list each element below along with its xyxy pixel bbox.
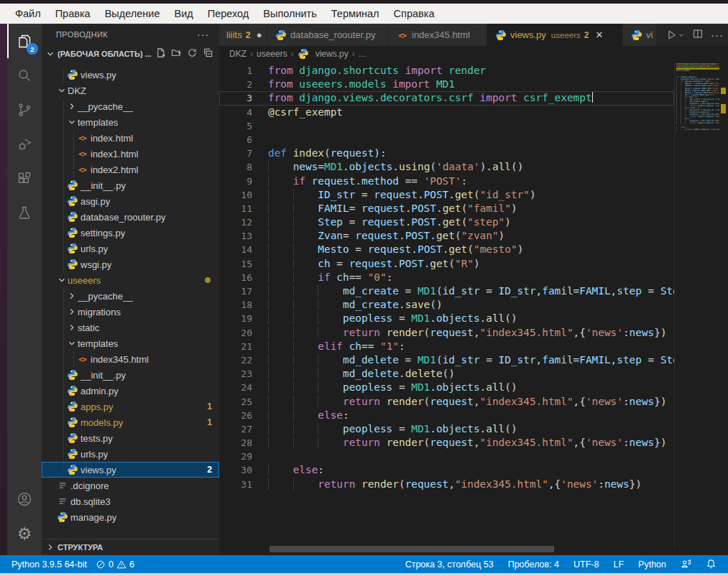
tab-views.py[interactable]: views.pyuseeers2✕ (487, 24, 622, 46)
line-number[interactable]: 31 (219, 478, 268, 491)
line-number[interactable]: 3 (219, 91, 268, 105)
explorer-activity-icon[interactable]: 2 (7, 24, 42, 58)
tree-file-db.sqlite3[interactable]: db.sqlite3 (42, 493, 219, 509)
tree-file-index2.html[interactable]: <>index2.html (42, 162, 219, 177)
breadcrumb-item[interactable]: views.py (315, 49, 349, 59)
run-button[interactable] (665, 29, 685, 41)
code-line-4[interactable]: 4@csrf_exempt (219, 106, 674, 119)
line-number[interactable]: 21 (219, 340, 268, 353)
tree-file-database_roouter.py[interactable]: database_roouter.py (42, 209, 219, 225)
line-number[interactable]: 25 (219, 395, 268, 409)
code-line-10[interactable]: 10 ID_str = request.POST.get("id_str") (219, 188, 674, 202)
close-icon[interactable]: ✕ (595, 29, 603, 40)
menu-item[interactable]: Выполнить (257, 6, 323, 22)
refresh-icon[interactable] (187, 47, 198, 61)
extensions-activity-icon[interactable] (7, 162, 42, 196)
tree-file-index345.html[interactable]: <>index345.html (42, 351, 219, 367)
line-number[interactable]: 20 (219, 326, 268, 340)
tree-file-index.html[interactable]: <>index.html (42, 130, 219, 146)
line-number[interactable]: 1 (219, 64, 268, 78)
breadcrumb-item[interactable]: DKZ (229, 49, 246, 59)
line-number[interactable]: 23 (219, 367, 268, 381)
breadcrumb-item[interactable]: useeers (257, 49, 287, 59)
code-line-2[interactable]: 2from useeers.models import MD1 (219, 78, 674, 91)
line-number[interactable]: 17 (219, 284, 268, 298)
line-number[interactable]: 2 (219, 78, 268, 91)
code-line-15[interactable]: 15 ch = request.POST.get("R") (219, 257, 674, 271)
eol-status[interactable]: LF (609, 559, 628, 570)
line-number[interactable]: 9 (219, 175, 268, 188)
more-actions-button[interactable]: ··· (711, 29, 724, 41)
tree-folder-useeers[interactable]: useeers (42, 272, 219, 288)
outline-section-header[interactable]: СТРУКТУРА (42, 539, 219, 555)
tree-folder-templates[interactable]: templates (42, 114, 219, 130)
line-number[interactable]: 29 (219, 450, 268, 463)
code-line-29[interactable]: 29 (219, 450, 674, 463)
line-number[interactable]: 24 (219, 381, 268, 394)
line-number[interactable]: 30 (219, 463, 268, 477)
code-line-30[interactable]: 30 else: (219, 463, 674, 477)
line-number[interactable]: 8 (219, 160, 268, 174)
new-folder-icon[interactable] (171, 47, 182, 61)
minimap[interactable]: from django.shortcuts import renderfrom … (676, 63, 719, 279)
line-number[interactable]: 28 (219, 436, 268, 450)
tree-file-tests.py[interactable]: tests.py (42, 430, 219, 446)
tree-folder-migrations[interactable]: migrations (42, 304, 219, 320)
account-icon[interactable] (7, 482, 42, 516)
line-number[interactable]: 18 (219, 298, 268, 312)
menu-item[interactable]: Терминал (325, 6, 386, 22)
code-line-12[interactable]: 12 Step = request.POST.get("step") (219, 215, 674, 229)
breadcrumb-item[interactable]: ... (359, 49, 366, 59)
code-line-8[interactable]: 8 news=MD1.objects.using('daata').all() (219, 160, 674, 174)
code-line-17[interactable]: 17 md_create = MD1(id_str = ID_str,famil… (219, 284, 674, 298)
horizontal-scrollbar-thumb[interactable] (269, 546, 554, 552)
menu-item[interactable]: Правка (49, 6, 97, 22)
tab-database_roouter.py[interactable]: database_roouter.py (267, 24, 388, 46)
tree-file-views.py[interactable]: views.py (42, 67, 219, 83)
line-number[interactable]: 19 (219, 312, 268, 325)
problems-status[interactable]: 0 6 (91, 559, 139, 570)
line-number[interactable]: 14 (219, 243, 268, 256)
line-number[interactable]: 16 (219, 271, 268, 284)
tree-file-.dcignore[interactable]: .dcignore (42, 478, 219, 493)
line-number[interactable]: 27 (219, 422, 268, 436)
line-number[interactable]: 6 (219, 133, 268, 147)
code-line-16[interactable]: 16 if ch== "0": (219, 271, 674, 284)
tree-file-urls.py[interactable]: urls.py (42, 241, 219, 256)
breadcrumb[interactable]: DKZ›useeers›views.py›... (219, 46, 728, 62)
code-line-25[interactable]: 25 return render(request,"index345.html"… (219, 395, 674, 409)
line-number[interactable]: 26 (219, 409, 268, 422)
menu-item[interactable]: Вид (167, 6, 199, 22)
tree-file-models.py[interactable]: models.py1 (42, 414, 219, 430)
split-editor-button[interactable] (692, 28, 704, 42)
line-number[interactable]: 13 (219, 229, 268, 243)
python-interpreter-status[interactable]: Python 3.9.5 64-bit (7, 559, 91, 570)
code-line-5[interactable]: 5 (219, 119, 674, 133)
code-line-6[interactable]: 6 (219, 133, 674, 147)
indentation-status[interactable]: Пробелов: 4 (504, 559, 563, 570)
encoding-status[interactable]: UTF-8 (569, 559, 603, 570)
code-line-14[interactable]: 14 Mesto = request.POST.get("mesto") (219, 243, 674, 256)
feedback-icon[interactable] (676, 559, 696, 570)
line-number[interactable]: 10 (219, 188, 268, 202)
line-number[interactable]: 5 (219, 119, 268, 133)
line-number[interactable]: 11 (219, 202, 268, 215)
tree-file-index1.html[interactable]: <>index1.html (42, 146, 219, 162)
menu-item[interactable]: Выделение (98, 6, 167, 22)
code-line-1[interactable]: 1from django.shortcuts import render (219, 64, 674, 78)
tree-folder-static[interactable]: static (42, 320, 219, 335)
bell-icon[interactable] (701, 559, 721, 570)
workspace-section-header[interactable]: (РАБОЧАЯ ОБЛАСТЬ) ... (42, 45, 219, 62)
tree-file-apps.py[interactable]: apps.py1 (42, 399, 219, 414)
code-line-13[interactable]: 13 Zvan= request.POST.get("zvan") (219, 229, 674, 243)
tree-file-manage.py[interactable]: manage.py (42, 509, 219, 525)
tree-folder-templates[interactable]: templates (42, 335, 219, 351)
collapse-all-icon[interactable] (203, 47, 213, 61)
tree-file-urls.py[interactable]: urls.py (42, 446, 219, 462)
code-line-26[interactable]: 26 else: (219, 409, 674, 422)
vertical-scrollbar[interactable] (719, 62, 728, 547)
tree-file-wsgi.py[interactable]: wsgi.py (42, 256, 219, 272)
line-number[interactable]: 22 (219, 353, 268, 367)
code-line-23[interactable]: 23 md_delete.delete() (219, 367, 674, 381)
language-mode-status[interactable]: Python (634, 559, 671, 570)
